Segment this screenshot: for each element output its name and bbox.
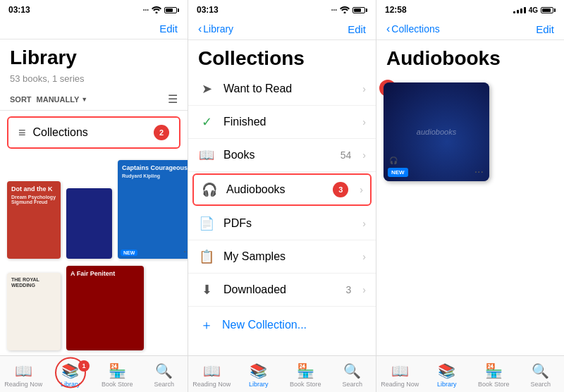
back-button-2[interactable]: ‹ Library	[198, 23, 233, 35]
audiobook-new-badge: NEW	[388, 168, 408, 177]
downloaded-icon: ⬇	[198, 282, 215, 298]
chevron-left-icon-3: ‹	[386, 23, 390, 35]
tab-reading-now-2[interactable]: 📖 Reading Now	[188, 359, 235, 391]
chevron-right-audiobooks: ›	[360, 184, 363, 195]
library-icon-2: 📚	[250, 362, 267, 379]
tab-bookstore-3[interactable]: 🏪 Book Store	[470, 359, 517, 391]
audiobooks-grid: 4 audiobooks NEW ··· 🎧	[376, 73, 564, 355]
back-button-3[interactable]: ‹ Collections	[386, 23, 440, 35]
tab-library-3[interactable]: 📚 Library	[424, 359, 471, 391]
status-icons-1: ···	[143, 6, 179, 14]
signal-icon-1: ···	[143, 6, 149, 14]
pdfs-icon: 📄	[198, 216, 215, 231]
collection-item-my-samples[interactable]: 📋 My Samples ›	[188, 240, 376, 274]
collection-item-finished[interactable]: ✓ Finished ›	[188, 106, 376, 139]
more-dots-3[interactable]: ···	[183, 245, 188, 257]
tab-reading-now-3[interactable]: 📖 Reading Now	[376, 359, 424, 391]
book-title-3: Captains Courageous	[122, 164, 188, 172]
book-cover-2[interactable]	[66, 188, 112, 259]
edit-button-3[interactable]: Edit	[536, 23, 554, 35]
nav-bar-3: ‹ Collections Edit	[376, 20, 564, 40]
tab-label-reading-now-2: Reading Now	[192, 381, 231, 388]
tab-label-reading-now-3: Reading Now	[381, 381, 419, 388]
tab-search-1[interactable]: 🔍 Search	[141, 359, 188, 391]
book-title-5: A Fair Penitent	[70, 270, 140, 278]
chevron-right-my-samples: ›	[362, 251, 366, 262]
nav-bar-2: ‹ Library Edit	[188, 20, 376, 40]
book-cover-3[interactable]: Captains Courageous Rudyard Kipling NEW …	[118, 160, 188, 259]
collection-name-my-samples: My Samples	[223, 250, 354, 263]
downloaded-count: 3	[346, 284, 352, 295]
collection-name-audiobooks: Audiobooks	[226, 183, 324, 196]
wifi-icon-2	[340, 6, 350, 13]
audiobook-more-dots[interactable]: ···	[474, 166, 484, 178]
time-2: 03:13	[197, 5, 219, 15]
time-1: 03:13	[8, 5, 30, 15]
finished-icon: ✓	[198, 114, 215, 130]
svg-point-0	[156, 12, 158, 14]
tab-reading-now-1[interactable]: 📖 Reading Now	[0, 359, 47, 391]
wifi-icon-1	[152, 6, 161, 13]
collection-item-audiobooks[interactable]: 🎧 Audiobooks 3 ›	[192, 173, 372, 206]
book-title-1: Dot and the K	[11, 185, 56, 193]
reading-now-icon-2: 📖	[203, 362, 221, 379]
sort-label[interactable]: SORT MANUALLY ▼	[10, 95, 87, 104]
tab-label-search-2: Search	[342, 381, 362, 388]
tab-search-3[interactable]: 🔍 Search	[517, 359, 565, 391]
book-cover-1[interactable]: Dot and the K Dream Psychology Sigmund F…	[7, 181, 61, 259]
collection-name-pdfs: PDFs	[223, 217, 354, 230]
tab-search-2[interactable]: 🔍 Search	[329, 359, 376, 391]
chevron-down-icon: ▼	[81, 96, 87, 103]
collection-item-pdfs[interactable]: 📄 PDFs ›	[188, 207, 376, 240]
tab-bookstore-2[interactable]: 🏪 Book Store	[282, 359, 329, 391]
collection-item-downloaded[interactable]: ⬇ Downloaded 3 ›	[188, 274, 376, 307]
battery-icon-2	[352, 7, 367, 13]
headphone-icon-small: 🎧	[389, 157, 398, 164]
nav-bar-1: Edit	[0, 20, 188, 39]
bookstore-icon-1: 🏪	[109, 362, 126, 379]
status-bar-2: 03:13 ···	[188, 0, 376, 20]
tab-label-bookstore-3: Book Store	[478, 381, 510, 388]
audiobook-cover-1: audiobooks NEW ··· 🎧	[384, 82, 489, 181]
tab-library-1[interactable]: 1 📚 Library	[47, 359, 94, 391]
chevron-right-want-to-read: ›	[362, 83, 366, 94]
collection-item-want-to-read[interactable]: ➤ Want to Read ›	[188, 73, 376, 106]
status-icons-3: 4G	[513, 6, 556, 14]
battery-icon-3	[541, 7, 556, 13]
book-cover-4[interactable]: THE ROYAL WEDDING	[7, 273, 61, 350]
tab-library-2[interactable]: 📚 Library	[235, 359, 283, 391]
want-to-read-icon: ➤	[198, 81, 215, 97]
chevron-right-finished: ›	[362, 116, 366, 128]
tab-bar-2: 📖 Reading Now 📚 Library 🏪 Book Store 🔍 S…	[188, 355, 376, 392]
chevron-right-pdfs: ›	[362, 218, 366, 229]
tab-label-search-3: Search	[530, 381, 551, 388]
books-row-1: Dot and the K Dream Psychology Sigmund F…	[7, 160, 180, 259]
collections-row[interactable]: ≡ Collections 2	[7, 116, 180, 149]
bookstore-icon-2: 🏪	[297, 362, 314, 379]
status-bar-1: 03:13 ···	[0, 0, 188, 20]
badge-2: 2	[154, 125, 169, 140]
chevron-right-downloaded: ›	[362, 284, 366, 295]
tab-bar-3: 📖 Reading Now 📚 Library 🏪 Book Store 🔍 S…	[376, 355, 564, 392]
new-collection-label: New Collection...	[222, 319, 307, 331]
tab-bookstore-1[interactable]: 🏪 Book Store	[94, 359, 141, 391]
collection-item-books[interactable]: 📖 Books 54 ›	[188, 139, 376, 172]
audiobooks-icon: 🎧	[201, 182, 218, 197]
plus-icon: ＋	[198, 317, 215, 333]
status-bar-3: 12:58 4G	[376, 0, 564, 20]
collections-list: ➤ Want to Read › ✓ Finished › 📖 Books 54…	[188, 73, 376, 355]
edit-button-1[interactable]: Edit	[159, 23, 178, 35]
dots-2: ···	[331, 6, 337, 14]
new-collection-item[interactable]: ＋ New Collection...	[188, 307, 376, 343]
battery-icon-1	[164, 7, 179, 13]
back-label-3: Collections	[391, 23, 439, 35]
audiobook-item-1[interactable]: 4 audiobooks NEW ··· 🎧	[384, 82, 489, 188]
collection-name-downloaded: Downloaded	[223, 283, 338, 296]
collection-name-finished: Finished	[223, 116, 354, 128]
book-cover-5[interactable]: A Fair Penitent	[66, 266, 144, 350]
book-subtitle-1: Dream Psychology Sigmund Freud	[11, 195, 56, 204]
edit-button-2[interactable]: Edit	[348, 23, 366, 35]
grid-list-icon[interactable]: ☰	[168, 92, 178, 106]
chevron-left-icon-2: ‹	[198, 23, 202, 35]
page-title-1: Library	[0, 39, 188, 72]
